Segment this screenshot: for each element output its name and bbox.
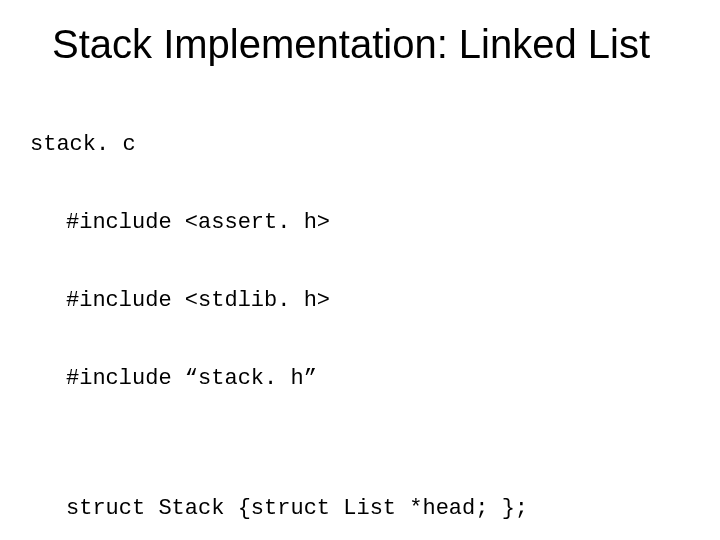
code-line: stack. c xyxy=(30,132,673,158)
code-line: #include <stdlib. h> xyxy=(30,288,673,314)
slide-title: Stack Implementation: Linked List xyxy=(52,22,650,67)
code-block: stack. c #include <assert. h> #include <… xyxy=(30,80,673,540)
code-line: #include “stack. h” xyxy=(30,366,673,392)
code-line: struct Stack {struct List *head; }; xyxy=(30,496,673,522)
slide: Stack Implementation: Linked List stack.… xyxy=(0,0,720,540)
code-line: #include <assert. h> xyxy=(30,210,673,236)
